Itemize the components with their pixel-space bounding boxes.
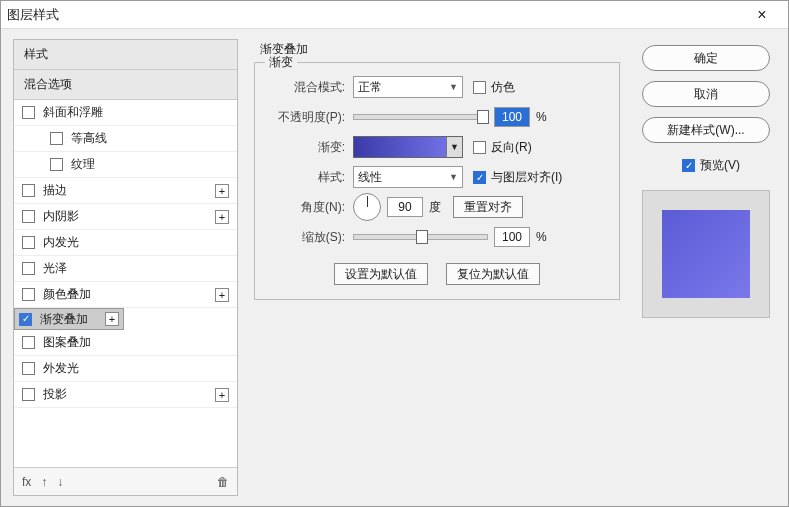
gradient-fieldset: 渐变 混合模式: 正常 ▼ 仿色 不透明度(P): 100 % xyxy=(254,62,620,300)
effect-checkbox[interactable] xyxy=(22,388,35,401)
opacity-unit: % xyxy=(536,110,547,124)
effect-label: 内发光 xyxy=(43,234,229,251)
effect-row-9[interactable]: 图案叠加 xyxy=(14,330,237,356)
effect-label: 外发光 xyxy=(43,360,229,377)
effect-row-11[interactable]: 投影+ xyxy=(14,382,237,408)
chevron-down-icon: ▼ xyxy=(449,82,458,92)
chevron-down-icon: ▼ xyxy=(446,137,462,157)
ok-button[interactable]: 确定 xyxy=(642,45,770,71)
effect-checkbox[interactable] xyxy=(22,106,35,119)
reverse-label: 反向(R) xyxy=(491,139,532,156)
effect-checkbox[interactable] xyxy=(22,288,35,301)
right-panel: 确定 取消 新建样式(W)... 预览(V) xyxy=(636,39,776,496)
effects-sidebar: 样式 混合选项 斜面和浮雕等高线纹理描边+内阴影+内发光光泽颜色叠加+渐变叠加+… xyxy=(13,39,238,496)
effect-checkbox[interactable] xyxy=(19,313,32,326)
effect-row-2[interactable]: 纹理 xyxy=(14,152,237,178)
angle-input[interactable]: 90 xyxy=(387,197,423,217)
dither-label: 仿色 xyxy=(491,79,515,96)
effect-checkbox[interactable] xyxy=(22,236,35,249)
sidebar-header-blend[interactable]: 混合选项 xyxy=(14,70,237,100)
effect-checkbox[interactable] xyxy=(22,362,35,375)
make-default-button[interactable]: 设置为默认值 xyxy=(334,263,428,285)
add-effect-icon[interactable]: + xyxy=(105,312,119,326)
panel-title: 渐变叠加 xyxy=(260,41,620,58)
effect-checkbox[interactable] xyxy=(22,262,35,275)
scale-unit: % xyxy=(536,230,547,244)
effects-list: 斜面和浮雕等高线纹理描边+内阴影+内发光光泽颜色叠加+渐变叠加+图案叠加外发光投… xyxy=(14,100,237,467)
style-label: 样式: xyxy=(265,169,353,186)
preview-box xyxy=(642,190,770,318)
add-effect-icon[interactable]: + xyxy=(215,210,229,224)
reset-align-button[interactable]: 重置对齐 xyxy=(453,196,523,218)
align-checkbox[interactable] xyxy=(473,171,486,184)
effect-label: 图案叠加 xyxy=(43,334,229,351)
style-value: 线性 xyxy=(358,169,382,186)
gradient-label: 渐变: xyxy=(265,139,353,156)
move-down-icon[interactable]: ↓ xyxy=(57,475,63,489)
blend-mode-select[interactable]: 正常 ▼ xyxy=(353,76,463,98)
effect-checkbox[interactable] xyxy=(22,210,35,223)
opacity-slider[interactable] xyxy=(353,114,488,120)
effect-checkbox[interactable] xyxy=(22,336,35,349)
move-up-icon[interactable]: ↑ xyxy=(41,475,47,489)
scale-label: 缩放(S): xyxy=(265,229,353,246)
effect-label: 纹理 xyxy=(71,156,229,173)
preview-checkbox[interactable] xyxy=(682,159,695,172)
effect-row-0[interactable]: 斜面和浮雕 xyxy=(14,100,237,126)
cancel-button[interactable]: 取消 xyxy=(642,81,770,107)
angle-label: 角度(N): xyxy=(265,199,353,216)
effect-checkbox[interactable] xyxy=(22,184,35,197)
titlebar: 图层样式 × xyxy=(1,1,788,29)
layer-style-dialog: 图层样式 × 样式 混合选项 斜面和浮雕等高线纹理描边+内阴影+内发光光泽颜色叠… xyxy=(0,0,789,507)
effect-label: 颜色叠加 xyxy=(43,286,215,303)
dither-checkbox[interactable] xyxy=(473,81,486,94)
fx-menu-icon[interactable]: fx xyxy=(22,475,31,489)
add-effect-icon[interactable]: + xyxy=(215,288,229,302)
reverse-checkbox[interactable] xyxy=(473,141,486,154)
reset-default-button[interactable]: 复位为默认值 xyxy=(446,263,540,285)
blend-mode-value: 正常 xyxy=(358,79,382,96)
effect-row-4[interactable]: 内阴影+ xyxy=(14,204,237,230)
add-effect-icon[interactable]: + xyxy=(215,184,229,198)
new-style-button[interactable]: 新建样式(W)... xyxy=(642,117,770,143)
align-label: 与图层对齐(I) xyxy=(491,169,562,186)
scale-input[interactable]: 100 xyxy=(494,227,530,247)
blend-mode-label: 混合模式: xyxy=(265,79,353,96)
effect-checkbox[interactable] xyxy=(50,132,63,145)
settings-panel: 渐变叠加 渐变 混合模式: 正常 ▼ 仿色 不透明度(P): 100 % xyxy=(250,39,624,496)
chevron-down-icon: ▼ xyxy=(449,172,458,182)
dialog-body: 样式 混合选项 斜面和浮雕等高线纹理描边+内阴影+内发光光泽颜色叠加+渐变叠加+… xyxy=(1,29,788,506)
add-effect-icon[interactable]: + xyxy=(215,388,229,402)
effect-row-10[interactable]: 外发光 xyxy=(14,356,237,382)
scale-slider[interactable] xyxy=(353,234,488,240)
effect-label: 光泽 xyxy=(43,260,229,277)
angle-dial[interactable] xyxy=(353,193,381,221)
preview-swatch xyxy=(662,210,750,298)
fieldset-legend: 渐变 xyxy=(265,54,297,71)
trash-icon[interactable]: 🗑 xyxy=(217,475,229,489)
close-button[interactable]: × xyxy=(742,1,782,29)
effect-row-6[interactable]: 光泽 xyxy=(14,256,237,282)
effect-row-7[interactable]: 颜色叠加+ xyxy=(14,282,237,308)
effect-label: 内阴影 xyxy=(43,208,215,225)
opacity-input[interactable]: 100 xyxy=(494,107,530,127)
effect-row-1[interactable]: 等高线 xyxy=(14,126,237,152)
sidebar-footer: fx ↑ ↓ 🗑 xyxy=(14,467,237,495)
effect-label: 描边 xyxy=(43,182,215,199)
opacity-label: 不透明度(P): xyxy=(265,109,353,126)
style-select[interactable]: 线性 ▼ xyxy=(353,166,463,188)
effect-label: 投影 xyxy=(43,386,215,403)
angle-unit: 度 xyxy=(429,199,441,216)
effect-checkbox[interactable] xyxy=(50,158,63,171)
window-title: 图层样式 xyxy=(7,6,742,24)
preview-label: 预览(V) xyxy=(700,157,740,174)
effect-row-3[interactable]: 描边+ xyxy=(14,178,237,204)
effect-label: 斜面和浮雕 xyxy=(43,104,229,121)
effect-label: 渐变叠加 xyxy=(40,311,105,328)
effect-label: 等高线 xyxy=(71,130,229,147)
sidebar-header-styles[interactable]: 样式 xyxy=(14,40,237,70)
effect-row-8[interactable]: 渐变叠加+ xyxy=(14,308,124,330)
gradient-picker[interactable]: ▼ xyxy=(353,136,463,158)
effect-row-5[interactable]: 内发光 xyxy=(14,230,237,256)
